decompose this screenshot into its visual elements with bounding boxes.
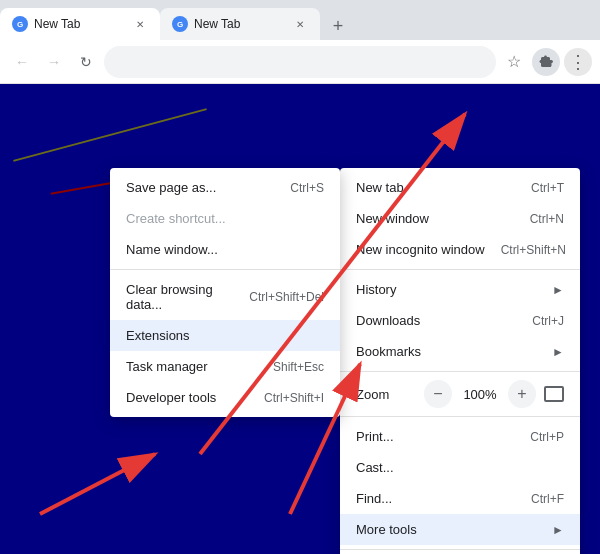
toolbar: ← → ↻ ☆ ⋮ bbox=[0, 40, 600, 84]
menu-item-find-shortcut: Ctrl+F bbox=[531, 492, 564, 506]
menu-item-bookmarks[interactable]: Bookmarks ► bbox=[340, 336, 580, 367]
menu-item-incognito-shortcut: Ctrl+Shift+N bbox=[501, 243, 566, 257]
menu-item-print[interactable]: Print... Ctrl+P bbox=[340, 421, 580, 452]
submenu-item-save-page-shortcut: Ctrl+S bbox=[290, 181, 324, 195]
menu-divider-1 bbox=[340, 269, 580, 270]
menu-item-cast[interactable]: Cast... bbox=[340, 452, 580, 483]
submenu-item-developer-tools-label: Developer tools bbox=[126, 390, 264, 405]
zoom-plus-button[interactable]: + bbox=[508, 380, 536, 408]
submenu-item-clear-browsing-label: Clear browsing data... bbox=[126, 282, 249, 312]
extension-button[interactable] bbox=[532, 48, 560, 76]
menu-item-find[interactable]: Find... Ctrl+F bbox=[340, 483, 580, 514]
submenu-more-tools: Save page as... Ctrl+S Create shortcut..… bbox=[110, 168, 340, 417]
submenu-item-developer-tools-shortcut: Ctrl+Shift+I bbox=[264, 391, 324, 405]
submenu-item-extensions[interactable]: Extensions bbox=[110, 320, 340, 351]
bookmarks-arrow-icon: ► bbox=[552, 345, 564, 359]
menu-item-more-tools-label: More tools bbox=[356, 522, 552, 537]
decorative-line-1 bbox=[13, 108, 207, 162]
menu-item-downloads-shortcut: Ctrl+J bbox=[532, 314, 564, 328]
submenu-item-clear-browsing[interactable]: Clear browsing data... Ctrl+Shift+Del bbox=[110, 274, 340, 320]
submenu-item-extensions-label: Extensions bbox=[126, 328, 324, 343]
menu-item-new-window-label: New window bbox=[356, 211, 514, 226]
menu-item-print-label: Print... bbox=[356, 429, 514, 444]
svg-line-5 bbox=[40, 454, 155, 514]
submenu-item-task-manager-shortcut: Shift+Esc bbox=[273, 360, 324, 374]
reload-button[interactable]: ↻ bbox=[72, 48, 100, 76]
menu-button[interactable]: ⋮ bbox=[564, 48, 592, 76]
zoom-minus-button[interactable]: − bbox=[424, 380, 452, 408]
zoom-fullscreen-button[interactable] bbox=[544, 386, 564, 402]
tab-close-1[interactable]: ✕ bbox=[132, 16, 148, 32]
main-dropdown-menu: New tab Ctrl+T New window Ctrl+N New inc… bbox=[340, 168, 580, 554]
submenu-item-task-manager-label: Task manager bbox=[126, 359, 273, 374]
submenu-divider-1 bbox=[110, 269, 340, 270]
tab-title-2: New Tab bbox=[194, 17, 286, 31]
tab-close-2[interactable]: ✕ bbox=[292, 16, 308, 32]
page-content: New tab Ctrl+T New window Ctrl+N New inc… bbox=[0, 84, 600, 554]
menu-item-incognito[interactable]: New incognito window Ctrl+Shift+N bbox=[340, 234, 580, 265]
menu-item-history-label: History bbox=[356, 282, 552, 297]
menu-item-downloads-label: Downloads bbox=[356, 313, 516, 328]
tab-2[interactable]: G New Tab ✕ bbox=[160, 8, 320, 40]
submenu-item-name-window[interactable]: Name window... bbox=[110, 234, 340, 265]
history-arrow-icon: ► bbox=[552, 283, 564, 297]
menu-item-bookmarks-label: Bookmarks bbox=[356, 344, 552, 359]
zoom-row: Zoom − 100% + bbox=[340, 376, 580, 412]
submenu-item-save-page-label: Save page as... bbox=[126, 180, 290, 195]
menu-item-history[interactable]: History ► bbox=[340, 274, 580, 305]
menu-item-incognito-label: New incognito window bbox=[356, 242, 485, 257]
zoom-value: 100% bbox=[460, 387, 500, 402]
menu-divider-4 bbox=[340, 549, 580, 550]
menu-item-new-tab-label: New tab bbox=[356, 180, 515, 195]
menu-item-more-tools[interactable]: More tools ► bbox=[340, 514, 580, 545]
menu-item-print-shortcut: Ctrl+P bbox=[530, 430, 564, 444]
submenu-item-task-manager[interactable]: Task manager Shift+Esc bbox=[110, 351, 340, 382]
forward-button[interactable]: → bbox=[40, 48, 68, 76]
menu-item-downloads[interactable]: Downloads Ctrl+J bbox=[340, 305, 580, 336]
menu-divider-3 bbox=[340, 416, 580, 417]
menu-item-cast-label: Cast... bbox=[356, 460, 564, 475]
submenu-item-save-page[interactable]: Save page as... Ctrl+S bbox=[110, 172, 340, 203]
menu-item-new-tab-shortcut: Ctrl+T bbox=[531, 181, 564, 195]
tab-favicon-1: G bbox=[12, 16, 28, 32]
new-tab-button[interactable]: + bbox=[324, 12, 352, 40]
omnibox[interactable] bbox=[104, 46, 496, 78]
menu-item-new-tab[interactable]: New tab Ctrl+T bbox=[340, 172, 580, 203]
submenu-item-developer-tools[interactable]: Developer tools Ctrl+Shift+I bbox=[110, 382, 340, 413]
tab-1[interactable]: G New Tab ✕ bbox=[0, 8, 160, 40]
tab-favicon-2: G bbox=[172, 16, 188, 32]
menu-item-find-label: Find... bbox=[356, 491, 515, 506]
submenu-item-clear-browsing-shortcut: Ctrl+Shift+Del bbox=[249, 290, 324, 304]
more-tools-arrow-icon: ► bbox=[552, 523, 564, 537]
submenu-item-name-window-label: Name window... bbox=[126, 242, 324, 257]
browser-frame: G New Tab ✕ G New Tab ✕ + ← → ↻ ☆ ⋮ bbox=[0, 0, 600, 554]
tab-title-1: New Tab bbox=[34, 17, 126, 31]
menu-item-new-window[interactable]: New window Ctrl+N bbox=[340, 203, 580, 234]
zoom-label: Zoom bbox=[356, 387, 416, 402]
submenu-item-create-shortcut-label: Create shortcut... bbox=[126, 211, 324, 226]
back-button[interactable]: ← bbox=[8, 48, 36, 76]
tab-bar: G New Tab ✕ G New Tab ✕ + bbox=[0, 0, 600, 40]
menu-divider-2 bbox=[340, 371, 580, 372]
submenu-item-create-shortcut[interactable]: Create shortcut... bbox=[110, 203, 340, 234]
star-button[interactable]: ☆ bbox=[500, 48, 528, 76]
menu-item-new-window-shortcut: Ctrl+N bbox=[530, 212, 564, 226]
